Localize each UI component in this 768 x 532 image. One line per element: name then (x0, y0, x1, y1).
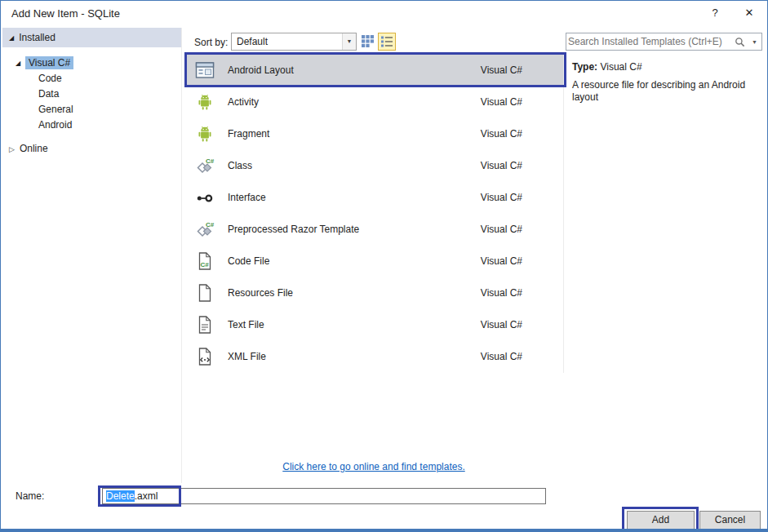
online-templates-link-row: Click here to go online and find templat… (184, 461, 564, 472)
template-name: XML File (228, 351, 266, 362)
name-label: Name: (16, 490, 44, 502)
razor-icon: C# (195, 219, 215, 239)
search-input[interactable] (568, 34, 723, 49)
chevron-down-icon: ▼ (342, 33, 356, 50)
template-type: Visual C# (481, 96, 522, 108)
template-type: Visual C# (481, 224, 522, 235)
android-icon (195, 92, 215, 112)
template-type: Visual C# (481, 192, 522, 203)
template-list: Android LayoutVisual C#ActivityVisual C#… (187, 55, 564, 373)
sort-selected-value: Default (237, 36, 268, 47)
textfile-icon (195, 315, 215, 335)
type-label: Type: (572, 61, 597, 73)
template-type: Visual C# (481, 287, 522, 299)
window-title: Add New Item - SQLite (11, 7, 120, 20)
add-button[interactable]: Add (627, 511, 695, 530)
tree-item-visual-c[interactable]: ◢Visual C# (2, 55, 181, 71)
template-description: A resource file for describing an Androi… (572, 79, 761, 104)
class-icon: C# (195, 156, 215, 175)
online-label: Online (20, 143, 48, 154)
search-dropdown-icon[interactable]: ▼ (752, 39, 757, 45)
template-name: Interface (228, 192, 266, 203)
file-icon (195, 283, 215, 303)
svg-text:C#: C# (206, 221, 215, 228)
categories-panel: ◢Installed ◢Visual C#CodeDataGeneralAndr… (2, 28, 182, 483)
template-name: Text File (228, 319, 264, 330)
template-item-class[interactable]: C#ClassVisual C# (187, 150, 563, 182)
grid-view-icon (361, 39, 375, 51)
expanded-triangle-icon: ◢ (9, 34, 14, 42)
name-input[interactable]: Delete.axml (102, 488, 546, 504)
name-selected-text: Delete (106, 490, 135, 502)
template-type: Visual C# (481, 351, 522, 362)
close-icon[interactable]: ✕ (736, 4, 762, 22)
template-item-code-file[interactable]: C#Code FileVisual C# (187, 246, 563, 277)
help-icon[interactable]: ? (702, 4, 728, 22)
template-type: Visual C# (481, 255, 522, 267)
template-item-fragment[interactable]: FragmentVisual C# (187, 118, 563, 150)
template-item-preprocessed-razor-template[interactable]: C#Preprocessed Razor TemplateVisual C# (187, 214, 563, 246)
search-box: ▼ (566, 33, 762, 51)
template-name: Activity (228, 96, 259, 108)
codefile-icon: C# (195, 251, 215, 271)
template-item-xml-file[interactable]: XML FileVisual C# (187, 341, 563, 373)
xmlfile-icon (195, 347, 215, 366)
template-item-activity[interactable]: ActivityVisual C# (187, 86, 563, 118)
list-view-icon (380, 39, 393, 51)
svg-text:C#: C# (206, 157, 215, 165)
template-name: Android Layout (228, 64, 294, 76)
online-section[interactable]: ▷Online (2, 141, 181, 157)
installed-label: Installed (19, 32, 55, 43)
titlebar[interactable]: Add New Item - SQLite ? ✕ (1, 1, 767, 25)
template-item-interface[interactable]: InterfaceVisual C# (187, 182, 563, 214)
tree-item-label: Android (38, 119, 72, 131)
list-view-button[interactable] (378, 33, 396, 51)
template-name: Fragment (228, 128, 269, 140)
template-type: Visual C# (481, 160, 522, 171)
template-item-resources-file[interactable]: Resources FileVisual C# (187, 277, 563, 309)
tree-item-label: Code (38, 73, 62, 84)
template-name: Class (228, 160, 252, 171)
interface-icon (195, 188, 215, 207)
template-item-android-layout[interactable]: Android LayoutVisual C# (187, 55, 563, 86)
installed-section[interactable]: ◢Installed (2, 28, 181, 47)
android-icon (195, 124, 215, 144)
sort-by-label: Sort by: (194, 37, 228, 48)
template-type: Visual C# (481, 64, 522, 76)
tree-item-label: General (38, 104, 73, 115)
template-type: Visual C# (481, 128, 522, 140)
name-rest-text: .axml (135, 490, 158, 502)
tree-item-label: Visual C# (25, 56, 73, 69)
tree-item-label: Data (38, 88, 59, 100)
add-new-item-dialog: Add New Item - SQLite ? ✕ ◢Installed ◢Vi… (0, 0, 768, 532)
online-templates-link[interactable]: Click here to go online and find templat… (282, 461, 464, 472)
template-type-row: Type: Visual C# (572, 61, 642, 73)
expanded-triangle-icon[interactable]: ◢ (16, 55, 25, 71)
layout-icon (195, 60, 215, 80)
collapsed-triangle-icon: ▷ (9, 145, 15, 153)
template-name: Code File (228, 255, 269, 267)
svg-text:C#: C# (201, 261, 210, 268)
category-tree: ◢Visual C#CodeDataGeneralAndroid (2, 47, 181, 133)
cancel-button[interactable]: Cancel (699, 511, 761, 530)
sort-dropdown[interactable]: Default ▼ (231, 33, 357, 51)
type-value: Visual C# (600, 61, 641, 73)
tree-item-general[interactable]: General (2, 102, 181, 117)
search-icon[interactable] (735, 37, 745, 50)
tree-item-data[interactable]: Data (2, 86, 181, 102)
template-name: Resources File (228, 287, 293, 299)
template-name: Preprocessed Razor Template (228, 224, 359, 235)
medium-icons-view-button[interactable] (358, 33, 376, 51)
tree-item-code[interactable]: Code (2, 71, 181, 86)
template-type: Visual C# (481, 319, 522, 330)
tree-item-android[interactable]: Android (2, 117, 181, 133)
template-item-text-file[interactable]: Text FileVisual C# (187, 309, 563, 341)
